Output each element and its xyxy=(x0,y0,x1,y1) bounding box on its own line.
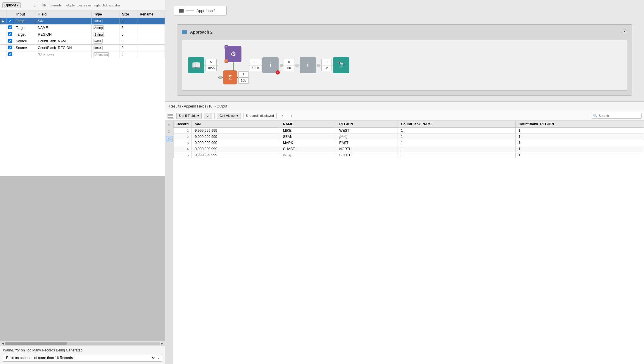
sum-badge-bottom: 18b xyxy=(238,77,249,84)
results-col-header: NAME xyxy=(280,121,336,128)
results-cell: SOUTH xyxy=(336,152,398,158)
results-icon-line1 xyxy=(168,114,173,115)
results-content: ≡ Σ ▷ RecordS/NNAMEREGIONCountBlank_NAME… xyxy=(165,121,644,364)
tip-text: TIP: To reorder multiple rows: select, r… xyxy=(41,4,120,7)
row-rename[interactable] xyxy=(137,18,165,25)
row-type[interactable]: String xyxy=(91,31,120,38)
scroll-right-icon[interactable]: ▶ xyxy=(160,341,164,346)
results-cell: 9,999,999,999 xyxy=(192,146,280,152)
browse-tool-icon[interactable]: 🔭 xyxy=(333,57,349,73)
row-checkbox[interactable] xyxy=(8,52,12,56)
row-rename[interactable] xyxy=(137,51,165,58)
results-cell: 1 xyxy=(515,134,644,140)
results-cell: [Null] xyxy=(280,152,336,158)
scrollbar-track[interactable] xyxy=(5,342,160,345)
row-type[interactable]: Int64 xyxy=(91,45,120,51)
approach2-title-bar: Approach 2 xyxy=(182,30,213,34)
cell-viewer-button[interactable]: Cell Viewer ▾ xyxy=(217,113,241,119)
wf-browse-node: 🔭 xyxy=(333,57,349,73)
results-toolbar: 5 of 5 Fields ▾ ✓ Cell Viewer ▾ 5 record… xyxy=(165,111,644,121)
row-checkbox[interactable] xyxy=(8,19,12,22)
results-cell: 9,999,999,999 xyxy=(192,140,280,146)
row-checkbox[interactable] xyxy=(8,46,12,49)
gray-dot-2 xyxy=(296,64,298,67)
approach1-icon xyxy=(179,9,184,13)
row-type[interactable]: Int64 xyxy=(91,18,120,25)
separator-1 xyxy=(214,113,215,119)
fields-label: 5 of 5 Fields xyxy=(179,114,196,117)
row-input: Target xyxy=(14,18,36,25)
connector-4: 0 0b xyxy=(316,59,333,72)
row-rename[interactable] xyxy=(137,38,165,45)
checkbox-cell[interactable] xyxy=(6,45,14,51)
type-select[interactable]: String xyxy=(94,32,104,37)
row-type[interactable]: String xyxy=(91,25,120,31)
results-row: 39,999,999,999MARKEAST11 xyxy=(174,140,644,146)
row-size: 8 xyxy=(120,38,137,45)
row-field: NAME xyxy=(36,25,91,31)
badge-2-top: 5 xyxy=(250,59,261,65)
results-cell: CHASE xyxy=(280,146,336,152)
checkmark-button[interactable]: ✓ xyxy=(204,113,212,119)
row-checkbox[interactable] xyxy=(8,25,12,29)
scrollbar-thumb[interactable] xyxy=(5,342,67,345)
results-icon-line2 xyxy=(168,115,173,116)
table-row: TargetNAMEString5 xyxy=(0,25,165,31)
sidebar-output-icon[interactable]: ▷ xyxy=(166,136,172,142)
sort-down-button[interactable]: ↓ xyxy=(288,112,295,119)
options-button[interactable]: Options ▾ xyxy=(2,2,21,8)
results-cell: 2 xyxy=(174,134,192,140)
sum-tool-icon[interactable]: Σ xyxy=(223,70,237,84)
sidebar-table-icon[interactable]: ≡ xyxy=(166,122,172,128)
fields-button[interactable]: 5 of 5 Fields ▾ xyxy=(176,113,202,119)
input-tool-icon[interactable]: 📖 xyxy=(188,57,204,73)
checkbox-cell[interactable] xyxy=(6,38,14,45)
row-rename[interactable] xyxy=(137,31,165,38)
type-select[interactable]: Unknown xyxy=(94,52,109,57)
wf-badge-3: 0 0b xyxy=(284,59,294,72)
info2-tool-icon[interactable]: i xyxy=(300,57,316,73)
badge-4-bottom: 0b xyxy=(321,65,332,71)
badge-1-bottom: 105b xyxy=(206,65,217,71)
type-select[interactable]: Int64 xyxy=(94,19,103,23)
search-input[interactable] xyxy=(599,114,640,117)
type-select[interactable]: Int64 xyxy=(94,39,103,44)
results-cell: 1 xyxy=(515,152,644,158)
checkbox-cell[interactable] xyxy=(6,31,14,38)
sort-up-button[interactable]: ↑ xyxy=(279,112,286,119)
approach2-title: Approach 2 xyxy=(190,30,213,34)
row-arrow-cell xyxy=(0,51,6,58)
scroll-left-icon[interactable]: ◀ xyxy=(1,341,5,346)
results-cell: 1 xyxy=(174,128,192,134)
error-dropdown[interactable]: Error on appends of more than 16 Records xyxy=(3,354,156,361)
row-checkbox[interactable] xyxy=(8,39,12,43)
right-panel: Approach 1 Approach 2 ⌃ xyxy=(165,0,644,364)
row-size: 0 xyxy=(120,51,137,58)
sidebar-sigma-icon[interactable]: Σ xyxy=(166,129,172,135)
records-displayed-label: 5 records displayed xyxy=(246,114,274,117)
row-arrow-cell xyxy=(0,38,6,45)
row-type[interactable]: Int64 xyxy=(91,38,120,45)
checkbox-cell[interactable] xyxy=(6,18,14,25)
move-up-button[interactable]: ↑ xyxy=(23,2,30,9)
row-rename[interactable] xyxy=(137,25,165,31)
row-input xyxy=(14,51,36,58)
row-type[interactable]: Unknown xyxy=(91,51,120,58)
checkbox-cell[interactable] xyxy=(6,51,14,58)
row-checkbox[interactable] xyxy=(8,32,12,36)
row-rename[interactable] xyxy=(137,45,165,51)
results-col-header: Record xyxy=(174,121,192,128)
field-table: Input Field Type Size Rename ▶TargetS/NI… xyxy=(0,11,165,58)
move-down-button[interactable]: ↓ xyxy=(31,2,38,9)
row-size: 8 xyxy=(120,45,137,51)
type-select[interactable]: String xyxy=(94,25,104,30)
dropdown-chevron-icon[interactable]: ∨ xyxy=(156,355,162,361)
horizontal-scrollbar[interactable]: ◀ ▶ xyxy=(0,341,165,346)
row-arrow-cell xyxy=(0,45,6,51)
results-cell: EAST xyxy=(336,140,398,146)
approach2-collapse-button[interactable]: ⌃ xyxy=(621,29,627,35)
row-size: 5 xyxy=(120,25,137,31)
type-select[interactable]: Int64 xyxy=(94,46,103,50)
error-dropdown-row: Error on appends of more than 16 Records… xyxy=(3,354,162,362)
checkbox-cell[interactable] xyxy=(6,25,14,31)
